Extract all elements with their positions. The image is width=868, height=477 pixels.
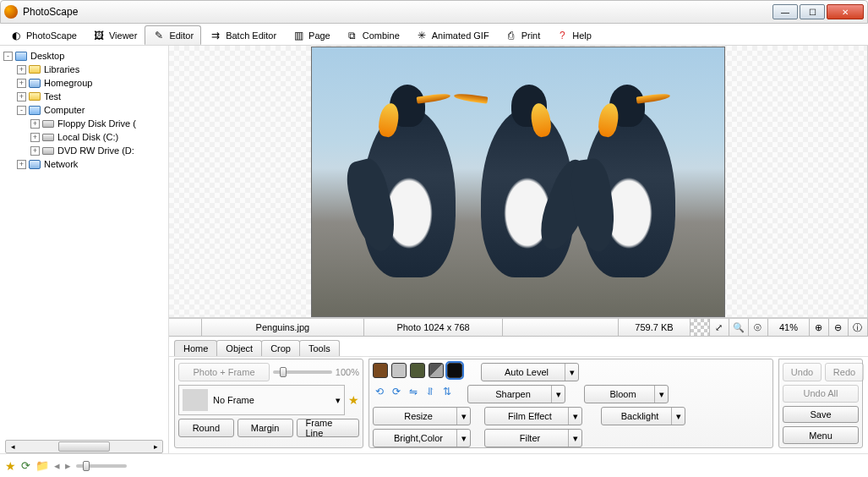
tree-item[interactable]: +Test <box>3 90 167 103</box>
bloom-drop[interactable]: Bloom▾ <box>584 385 669 403</box>
expand-icon[interactable]: + <box>30 119 40 129</box>
tree-item[interactable]: -Computer <box>3 103 167 117</box>
chevron-down-icon[interactable]: ▾ <box>568 408 581 425</box>
tab-editor[interactable]: ✎Editor <box>145 25 201 45</box>
expand-icon[interactable]: + <box>17 79 26 88</box>
drive-icon <box>41 118 55 129</box>
tab-print[interactable]: ⎙Print <box>497 25 549 45</box>
chevron-down-icon[interactable]: ▾ <box>456 430 470 447</box>
color-swatch[interactable] <box>410 363 425 378</box>
tree-item[interactable]: -Desktop <box>3 49 167 63</box>
color-swatch[interactable] <box>391 363 407 378</box>
browse-icon[interactable]: ⟳ <box>21 459 30 472</box>
rotate-left-icon[interactable]: ⟲ <box>373 385 386 398</box>
favorite-frame-icon[interactable]: ★ <box>348 393 359 407</box>
thumbnail-size-slider[interactable] <box>76 464 127 468</box>
subtab-home[interactable]: Home <box>174 340 217 356</box>
canvas[interactable] <box>169 46 868 318</box>
expand-icon[interactable]: + <box>17 65 26 74</box>
chevron-down-icon[interactable]: ▾ <box>336 395 341 406</box>
chevron-down-icon[interactable]: ▾ <box>551 386 565 403</box>
filter-drop[interactable]: Filter▾ <box>484 429 582 447</box>
prev-icon[interactable]: ◂ <box>54 459 60 472</box>
folder-icon[interactable]: 📁 <box>35 459 49 472</box>
transparency-icon[interactable] <box>690 319 710 337</box>
zoom-in-icon[interactable]: ⊕ <box>809 319 829 337</box>
tab-page[interactable]: ▥Page <box>284 25 338 45</box>
flip-h-icon[interactable]: ⇋ <box>407 385 420 398</box>
scroll-thumb[interactable] <box>58 441 110 452</box>
frame-line-button[interactable]: Frame Line <box>297 419 360 437</box>
tab-batch-editor[interactable]: ⇉Batch Editor <box>201 25 284 45</box>
info-icon[interactable]: ⓘ <box>848 319 868 337</box>
app-icon <box>4 5 18 19</box>
sharpen-drop[interactable]: Sharpen▾ <box>467 385 565 403</box>
expand-icon[interactable]: - <box>3 52 13 61</box>
tab-help[interactable]: ?Help <box>548 25 599 45</box>
redo-button[interactable]: Redo <box>825 363 864 381</box>
minimize-button[interactable]: — <box>772 4 798 19</box>
scroll-left-icon[interactable]: ◂ <box>6 441 19 452</box>
straighten-icon[interactable]: ⇅ <box>440 385 454 398</box>
round-button[interactable]: Round <box>178 419 234 437</box>
close-button[interactable]: ✕ <box>827 4 864 19</box>
window-title: PhotoScape <box>23 6 771 18</box>
resize-drop[interactable]: Resize▾ <box>373 407 471 425</box>
tree-item[interactable]: +Network <box>3 157 167 171</box>
undo-button[interactable]: Undo <box>783 363 822 381</box>
scroll-right-icon[interactable]: ▸ <box>149 441 162 452</box>
margin-button[interactable]: Margin <box>237 419 293 437</box>
tree-item[interactable]: +DVD RW Drive (D: <box>3 144 167 157</box>
undo-all-button[interactable]: Undo All <box>783 385 859 403</box>
frame-select[interactable]: No Frame <box>213 395 330 405</box>
tree-hscrollbar[interactable]: ◂ ▸ <box>5 440 163 453</box>
menu-button[interactable]: Menu <box>783 426 859 444</box>
actual-size-icon[interactable]: 🔍 <box>729 319 749 337</box>
tree-item[interactable]: +Homegroup <box>3 76 167 90</box>
expand-icon[interactable]: - <box>17 106 26 115</box>
tab-combine[interactable]: ⧉Combine <box>338 25 407 45</box>
current-image[interactable] <box>311 47 725 317</box>
star-icon[interactable]: ★ <box>5 459 16 473</box>
film-effect-drop[interactable]: Film Effect▾ <box>484 407 582 425</box>
slider-value: 100% <box>336 367 359 377</box>
expand-icon[interactable]: + <box>30 133 40 142</box>
chevron-down-icon[interactable]: ▾ <box>565 364 578 381</box>
chevron-down-icon[interactable]: ▾ <box>671 408 685 425</box>
tab-label: Editor <box>169 30 194 41</box>
expand-icon[interactable]: + <box>17 92 26 101</box>
tree-item[interactable]: +Floppy Disk Drive ( <box>3 117 167 130</box>
fit-screen-icon[interactable]: ⤢ <box>709 319 729 337</box>
subtab-tools[interactable]: Tools <box>299 340 340 356</box>
flip-v-icon[interactable]: ⥯ <box>423 385 437 398</box>
backlight-drop[interactable]: Backlight▾ <box>601 407 685 425</box>
rotate-right-icon[interactable]: ⟳ <box>390 385 403 398</box>
bright-color-drop[interactable]: Bright,Color▾ <box>373 429 471 447</box>
subtab-crop[interactable]: Crop <box>261 340 300 356</box>
tab-photoscape[interactable]: ◐PhotoScape <box>2 25 85 45</box>
subtab-object[interactable]: Object <box>216 340 262 356</box>
desktop-icon <box>14 50 28 62</box>
tab-viewer[interactable]: 🖼Viewer <box>85 25 145 45</box>
next-icon[interactable]: ▸ <box>65 459 71 472</box>
maximize-button[interactable]: ☐ <box>800 4 825 19</box>
color-swatch[interactable] <box>373 363 388 378</box>
tab-animated-gif[interactable]: ✳Animated GIF <box>407 25 497 45</box>
expand-icon[interactable]: + <box>30 146 40 156</box>
chevron-down-icon[interactable]: ▾ <box>654 386 668 403</box>
gif-icon: ✳ <box>415 29 429 42</box>
chevron-down-icon[interactable]: ▾ <box>568 430 581 447</box>
tree-item[interactable]: +Local Disk (C:) <box>3 130 167 144</box>
save-button[interactable]: Save <box>783 406 859 424</box>
color-swatch[interactable] <box>429 363 444 378</box>
tree-item[interactable]: +Libraries <box>3 63 167 76</box>
auto-level-drop[interactable]: Auto Level▾ <box>481 363 579 381</box>
chevron-down-icon[interactable]: ▾ <box>456 408 470 425</box>
zoom-home-icon[interactable]: ⦾ <box>748 319 768 337</box>
folder-tree[interactable]: -Desktop+Libraries+Homegroup+Test-Comput… <box>0 46 169 453</box>
color-swatch-selected[interactable] <box>447 363 462 378</box>
expand-icon[interactable]: + <box>17 160 26 169</box>
zoom-out-icon[interactable]: ⊖ <box>828 319 849 337</box>
frame-slider[interactable] <box>273 370 332 374</box>
photo-frame-button[interactable]: Photo + Frame <box>178 363 270 381</box>
